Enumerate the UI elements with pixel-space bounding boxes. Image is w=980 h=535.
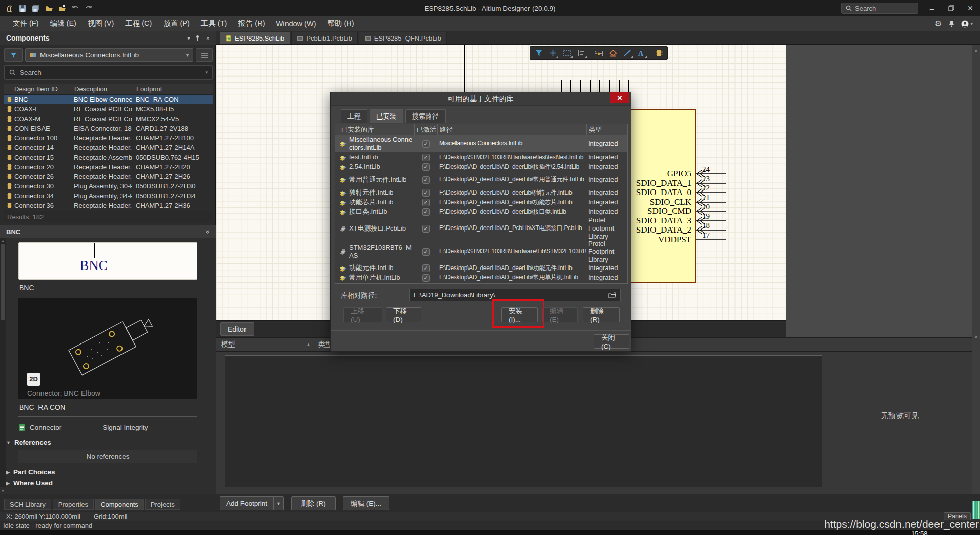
move-down-button[interactable]: 下移 (D) [386, 307, 421, 322]
filter-tool-icon[interactable] [532, 47, 545, 59]
redo-icon[interactable] [84, 4, 93, 13]
menu-item-8[interactable]: 帮助 (H) [321, 16, 359, 31]
filter-button[interactable] [4, 48, 23, 62]
remove-button[interactable]: 删除 (R) [583, 307, 620, 322]
checkbox-checked[interactable]: ✓ [422, 199, 430, 206]
dialog-title-bar[interactable]: 可用的基于文件的库 [331, 92, 631, 106]
checkbox-checked[interactable]: ✓ [422, 248, 430, 256]
component-row[interactable]: COAX-MRF Coaxial PCB Con...MMCX2.54-V5 [4, 114, 213, 124]
scrollbar[interactable]: ▲ ▼ [0, 238, 6, 487]
column-installed-libraries[interactable]: 已安装的库 [335, 125, 414, 134]
panel-tab-properties[interactable]: Properties [53, 499, 94, 510]
component-row[interactable]: Connector 36Receptacle Header...CHAMP1.2… [4, 201, 213, 210]
double-chevron-icon[interactable]: « [972, 334, 980, 339]
column-description[interactable]: Description [70, 85, 132, 93]
library-row[interactable]: 接口类.IntLib✓F:\Desktop\AD_deerLib\AD_deer… [335, 207, 627, 217]
user-icon[interactable]: ▾ [961, 20, 973, 28]
library-row[interactable]: 2.54.IntLib✓F:\Desktop\AD_deerLib\AD_dee… [335, 162, 627, 172]
library-row[interactable]: STM32F103RBT6_MAS✓F:\Desktop\STM32F103RB… [335, 240, 627, 263]
panel-options-button[interactable] [196, 48, 213, 62]
add-footprint-button[interactable]: Add Footprint ▼ [220, 496, 284, 510]
menu-item-0[interactable]: 文件 (F) [7, 16, 45, 31]
component-row[interactable]: Connector 14Receptacle Header...CHAMP1.2… [4, 143, 213, 152]
dropdown-arrow-icon[interactable]: ▼ [273, 497, 283, 510]
move-tool-icon[interactable] [546, 47, 559, 59]
checkbox-checked[interactable]: ✓ [422, 274, 430, 282]
save-all-icon[interactable] [31, 4, 40, 13]
column-footprint[interactable]: Footprint [132, 85, 213, 93]
view-2d-button[interactable]: 2D [27, 373, 40, 386]
editor-tab[interactable]: Editor [220, 322, 254, 336]
menu-item-4[interactable]: 放置 (P) [157, 16, 195, 31]
library-row[interactable]: 常用单片机.IntLib✓F:\Desktop\AD_deerLib\AD_de… [335, 273, 627, 282]
panel-tab-components[interactable]: Components [95, 499, 144, 510]
menu-item-2[interactable]: 视图 (V) [82, 16, 119, 31]
schematic-wire[interactable] [464, 45, 465, 92]
component-row[interactable]: Connector 100Receptacle Header...CHAMP1.… [4, 133, 213, 143]
text-tool-icon[interactable]: A [635, 47, 648, 59]
component-section-header[interactable]: BNC » [0, 225, 216, 238]
dialog-close-action-button[interactable]: 关闭 (C) [594, 334, 629, 349]
component-row[interactable]: Connector 20Receptacle Header...CHAMP1.2… [4, 162, 213, 172]
part-type-label[interactable]: Connector [30, 424, 61, 431]
document-tab-esp8285-schlib[interactable]: ESP8285.SchLib [220, 32, 290, 44]
component-row[interactable]: BNCBNC Elbow Connect...BNC_RA CON [4, 95, 213, 104]
close-button[interactable]: × [961, 0, 980, 16]
search-input[interactable] [855, 5, 911, 12]
library-row[interactable]: 常用普通元件.IntLib✓F:\Desktop\AD_deerLib\AD_d… [335, 172, 627, 188]
components-search[interactable]: ▾ [4, 65, 213, 80]
minimize-button[interactable]: – [922, 0, 942, 16]
column-activated[interactable]: 已激活 [414, 124, 437, 135]
browse-folder-icon[interactable] [608, 292, 616, 298]
part-choices-section[interactable]: ▶ Part Choices [6, 468, 55, 476]
open-document-icon[interactable] [58, 4, 66, 13]
column-design-item-id[interactable]: Design Item ID [4, 85, 70, 93]
document-tab-esp8285-qfn-pcblib[interactable]: ESP8285_QFN.PcbLib [359, 32, 447, 44]
components-search-input[interactable] [20, 69, 201, 77]
document-tab-pcblib1-pcblib[interactable]: PcbLib1.PcbLib [291, 32, 357, 44]
checkbox-checked[interactable]: ✓ [422, 163, 430, 171]
undo-icon[interactable] [71, 4, 79, 13]
checkbox-checked[interactable]: ✓ [422, 264, 430, 272]
checkbox-checked[interactable]: ✓ [422, 189, 430, 197]
gear-icon[interactable]: ⚙ [935, 19, 942, 28]
component-row[interactable]: COAX-FRF Coaxial PCB Con...MCX5.08-H5 [4, 104, 213, 114]
component-row[interactable]: Connector 15Receptacle Assembl...050DSUB… [4, 152, 213, 162]
components-table-header[interactable]: Design Item ID Description Footprint [4, 84, 213, 95]
part-tool-icon[interactable] [652, 47, 666, 59]
line-tool-icon[interactable] [621, 47, 634, 59]
panel-tab-projects[interactable]: Projects [145, 499, 180, 510]
close-panel-icon[interactable]: × [206, 34, 210, 42]
restore-button[interactable] [942, 0, 961, 16]
checkbox-checked[interactable]: ✓ [422, 140, 430, 148]
where-used-section[interactable]: ▶ Where Used [6, 479, 53, 487]
menu-item-5[interactable]: 工具 (T) [195, 16, 233, 31]
library-row[interactable]: test.IntLib✓F:\Desktop\STM32F103RB\Hardw… [335, 152, 627, 162]
scrollbar-thumb[interactable] [1, 244, 5, 320]
double-chevron-icon[interactable]: « [972, 48, 980, 53]
footprint-preview[interactable]: 2D Connector; BNC Elbow [18, 298, 197, 399]
library-row[interactable]: 功能元件.IntLib✓F:\Desktop\AD_deerLib\AD_dee… [335, 263, 627, 273]
bell-icon[interactable] [948, 20, 955, 27]
library-selector[interactable]: Miscellaneous Connectors.IntLib ▾ [25, 48, 193, 62]
library-row[interactable]: 功能芯片.IntLib✓F:\Desktop\AD_deerLib\AD_dee… [335, 198, 627, 207]
align-tool-icon[interactable] [575, 47, 588, 59]
checkbox-checked[interactable]: ✓ [422, 176, 430, 184]
component-row[interactable]: Connector 30Plug Assembly, 30-Pi...050DS… [4, 181, 213, 191]
model-list[interactable] [225, 355, 822, 487]
scroll-down-icon[interactable]: ▼ [0, 489, 6, 493]
component-row[interactable]: Connector 34Plug Assembly, 34-Pi...050DS… [4, 191, 213, 201]
menu-item-1[interactable]: 编辑 (E) [45, 16, 82, 31]
component-row[interactable]: Connector 26Receptacle Header...CHAMP1.2… [4, 172, 213, 181]
checkbox-checked[interactable]: ✓ [422, 208, 430, 216]
references-section[interactable]: ▼ References [6, 439, 51, 446]
dialog-tab-0[interactable]: 工程 [341, 109, 368, 123]
library-row[interactable]: 独特元件.IntLib✓F:\Desktop\AD_deerLib\AD_dee… [335, 188, 627, 198]
menu-item-3[interactable]: 工程 (C) [119, 16, 157, 31]
polygon-tool-icon[interactable] [606, 47, 620, 59]
menu-item-6[interactable]: 报告 (R) [232, 16, 270, 31]
pin-icon[interactable] [195, 35, 200, 41]
column-model[interactable]: 模型 [216, 340, 306, 349]
save-icon[interactable] [18, 4, 27, 13]
library-row[interactable]: Miscellaneous Connectors.IntLib✓Miscella… [335, 135, 627, 152]
